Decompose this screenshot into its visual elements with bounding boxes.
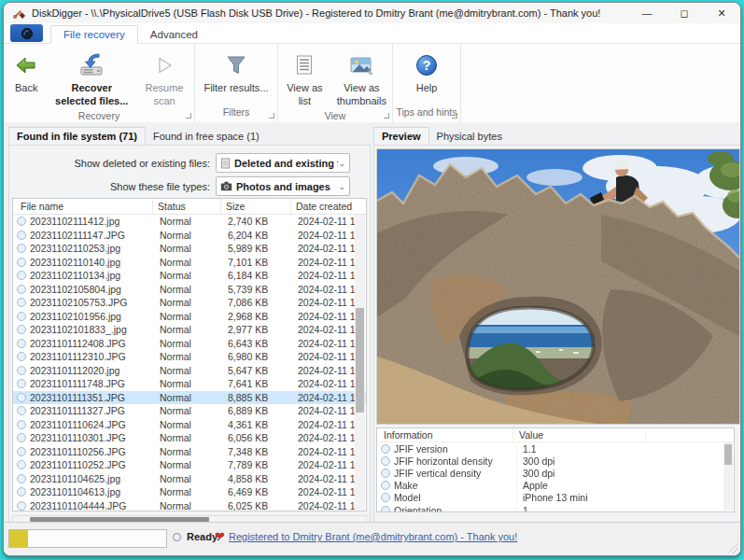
column-header-date-created[interactable]: Date created	[291, 199, 366, 214]
recover-selected-files-button[interactable]: Recover selected files...	[50, 49, 133, 110]
scrollbar-thumb[interactable]	[356, 308, 364, 413]
column-header-value[interactable]: Value	[513, 428, 646, 441]
column-header-information[interactable]: Information	[377, 428, 513, 441]
table-row[interactable]: 20231102105753.JPGNormal7,086 KB2024-02-…	[13, 296, 366, 310]
tab-found-in-file-system[interactable]: Found in file system (71)	[8, 127, 146, 145]
table-row[interactable]: 20231101110256.JPGNormal7,348 KB2024-02-…	[13, 445, 366, 459]
table-row[interactable]: 20231101104613.jpgNormal6,469 KB2024-02-…	[13, 485, 366, 499]
cell: 20231101110301.JPG	[30, 432, 155, 443]
table-row[interactable]: 20231102110134.jpgNormal6,184 KB2024-02-…	[13, 269, 366, 283]
tab-advanced[interactable]: Advanced	[138, 26, 210, 43]
file-circle-icon	[17, 393, 26, 402]
play-icon	[153, 51, 175, 79]
info-row[interactable]: JFIF vertical density300 dpi	[377, 467, 734, 479]
info-row[interactable]: JFIF version1.1	[377, 442, 734, 455]
cell: 20231102110253.jpg	[30, 243, 155, 254]
progress-bar	[8, 529, 167, 548]
cell: 7,789 KB	[223, 459, 293, 470]
dialog-launcher-icon[interactable]	[384, 113, 389, 119]
table-row[interactable]: 20231102111147.JPGNormal6,204 KB2024-02-…	[13, 229, 366, 243]
table-row[interactable]: 20231102111412.jpgNormal2,740 KB2024-02-…	[13, 215, 366, 229]
preview-panel: Information Value JFIF version1.1JFIF ho…	[373, 145, 741, 525]
table-row[interactable]: 20231101110252.JPGNormal7,789 KB2024-02-…	[13, 458, 366, 472]
file-types-dropdown[interactable]: Photos and images ⌄	[216, 176, 350, 196]
table-row[interactable]: 20231101111327.JPGNormal6,889 KB2024-02-…	[13, 404, 366, 418]
column-header-status[interactable]: Status	[153, 199, 221, 214]
camera-icon	[220, 181, 232, 191]
table-row[interactable]: 20231102101956.jpgNormal2,968 KB2024-02-…	[13, 310, 366, 324]
info-circle-icon	[381, 493, 390, 502]
back-button[interactable]: Back	[6, 49, 47, 97]
cell: Normal	[155, 432, 223, 443]
view-as-thumbnails-button[interactable]: View as thumbnails	[333, 49, 390, 110]
cell: 20231101111351.JPG	[30, 392, 155, 403]
status-circle-icon	[173, 533, 181, 541]
maximize-button[interactable]: ◻	[666, 3, 703, 23]
cell: 20231102111412.jpg	[30, 216, 155, 227]
table-row[interactable]: 20231101104625.jpgNormal4,858 KB2024-02-…	[13, 472, 366, 486]
table-row[interactable]: 20231101112310.JPGNormal6,980 KB2024-02-…	[13, 350, 366, 364]
deleted-files-dropdown[interactable]: Deleted and existing files ⌄	[216, 153, 350, 173]
view-as-list-label: View as list	[284, 82, 326, 108]
table-row[interactable]: 20231101112020.jpgNormal5,647 KB2024-02-…	[13, 364, 366, 378]
column-header-file-name[interactable]: File name	[13, 199, 153, 214]
file-circle-icon	[17, 501, 26, 511]
file-circle-icon	[17, 258, 26, 267]
tab-physical-bytes[interactable]: Physical bytes	[429, 128, 510, 145]
column-header-size[interactable]: Size	[221, 199, 291, 214]
cell: 20231101110624.JPG	[30, 419, 155, 430]
table-row[interactable]: 20231102110253.jpgNormal5,989 KB2024-02-…	[13, 242, 366, 256]
app-menu-button[interactable]	[10, 24, 43, 42]
file-circle-icon	[17, 487, 26, 497]
dialog-launcher-icon[interactable]	[269, 113, 274, 119]
registered-link[interactable]: Registered to Dmitry Brant (me@dmitrybra…	[229, 531, 517, 542]
recover-label: Recover selected files...	[54, 82, 129, 108]
list-icon	[293, 51, 316, 79]
cell: Normal	[155, 311, 223, 322]
file-circle-icon	[17, 420, 26, 429]
group-label-filters: Filters	[195, 106, 277, 122]
table-row[interactable]: 20231101110301.JPGNormal6,056 KB2024-02-…	[13, 431, 366, 445]
info-row[interactable]: Orientation1	[377, 504, 734, 512]
cell: 7,101 KB	[223, 257, 293, 268]
content-area: Found in file system (71) Found in free …	[4, 122, 740, 522]
cell: 4,858 KB	[223, 473, 293, 484]
help-button[interactable]: ? Help	[396, 49, 457, 97]
table-row[interactable]: 20231101111351.JPGNormal8,885 KB2024-02-…	[13, 391, 366, 405]
table-row[interactable]: 20231102105804.jpgNormal5,739 KB2024-02-…	[13, 283, 366, 297]
dialog-launcher-icon[interactable]	[452, 113, 457, 119]
tab-found-in-free-space[interactable]: Found in free space (1)	[146, 128, 267, 145]
cell: 20231102110134.jpg	[30, 270, 155, 281]
info-row[interactable]: MakeApple	[377, 480, 734, 492]
resize-grip[interactable]	[728, 543, 738, 553]
cell: Normal	[155, 338, 223, 349]
info-row[interactable]: JFIF horizontal density300 dpi	[377, 455, 734, 467]
help-label: Help	[416, 82, 438, 95]
table-row[interactable]: 20231101111748.JPGNormal7,641 KB2024-02-…	[13, 377, 366, 391]
filter-results-button[interactable]: Filter results...	[197, 49, 275, 97]
table-row[interactable]: 20231101104444.JPGNormal6,025 KB2024-02-…	[13, 499, 366, 512]
minimize-button[interactable]: —	[628, 3, 666, 23]
file-list-body: 20231102111412.jpgNormal2,740 KB2024-02-…	[13, 215, 366, 511]
file-list-vertical-scrollbar[interactable]	[355, 215, 365, 510]
file-circle-icon	[17, 447, 26, 456]
table-row[interactable]: 20231101110624.JPGNormal4,361 KB2024-02-…	[13, 418, 366, 432]
info-vertical-scrollbar[interactable]	[723, 442, 733, 511]
resume-scan-button[interactable]: Resume scan	[136, 49, 192, 110]
title-bar: DiskDigger - \\.\PhysicalDrive5 (USB Fla…	[4, 3, 740, 23]
close-button[interactable]: ✕	[703, 3, 740, 23]
cell: 6,980 KB	[223, 351, 293, 362]
table-row[interactable]: 20231102110140.jpgNormal7,101 KB2024-02-…	[13, 256, 366, 270]
cell: Normal	[155, 473, 223, 484]
file-circle-icon	[17, 406, 26, 415]
table-row[interactable]: 20231102101833_.jpgNormal2,977 KB2024-02…	[13, 323, 366, 337]
tab-file-recovery[interactable]: File recovery	[50, 25, 138, 44]
view-as-thumbnails-label: View as thumbnails	[337, 82, 386, 108]
view-as-list-button[interactable]: View as list	[280, 49, 330, 110]
scrollbar-thumb[interactable]	[724, 444, 732, 465]
table-row[interactable]: 20231101112408.JPGNormal6,643 KB2024-02-…	[13, 337, 366, 351]
cell: 2,740 KB	[223, 216, 293, 227]
info-row[interactable]: ModeliPhone 13 mini	[377, 492, 734, 504]
dialog-launcher-icon[interactable]	[186, 113, 191, 119]
tab-preview[interactable]: Preview	[373, 127, 429, 145]
